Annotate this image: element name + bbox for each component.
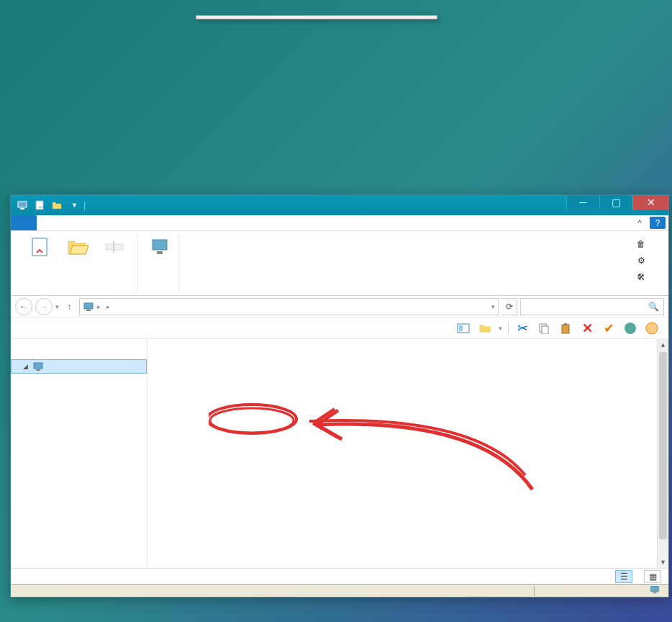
qa-properties-icon[interactable] [34, 199, 45, 211]
scroll-down-icon[interactable]: ▼ [658, 556, 668, 568]
nav-history-dropdown[interactable]: ▾ [55, 303, 59, 310]
ribbon-tab-view[interactable] [57, 215, 77, 230]
ribbon-tab-computer[interactable] [37, 215, 57, 230]
view-details-button[interactable]: ☰ [615, 570, 632, 583]
ribbon-media-button[interactable] [144, 234, 178, 261]
manage-icon: 🛠 [635, 271, 647, 283]
tb-check-icon[interactable]: ✔ [601, 320, 617, 336]
svg-rect-14 [562, 325, 569, 333]
ribbon-tabs: ^ ? [11, 215, 668, 231]
nav-up-button[interactable]: ↑ [62, 299, 76, 314]
tb-icon-1[interactable] [455, 320, 471, 336]
close-button[interactable]: ✕ [632, 195, 668, 209]
content-area: ▲ ▼ [147, 339, 668, 568]
tb-app1-icon[interactable] [622, 320, 638, 336]
tb-folder-icon[interactable] [477, 320, 493, 336]
svg-rect-11 [459, 325, 463, 331]
ribbon-sysprops-item[interactable]: ⚙ [635, 253, 651, 268]
svg-rect-8 [84, 303, 93, 309]
chevron-right-icon[interactable]: ▸ [106, 303, 110, 310]
search-input[interactable] [525, 302, 648, 312]
minimize-button[interactable]: ─ [566, 195, 599, 209]
svg-rect-13 [542, 326, 548, 334]
sidebar-this-pc[interactable]: ◢ [11, 359, 147, 374]
svg-rect-19 [36, 369, 40, 371]
sysprops-icon: ⚙ [635, 255, 647, 266]
navigation-pane: ◢ [11, 339, 147, 568]
breadcrumb[interactable]: ▸ ▸ ▾ [79, 298, 499, 315]
tb-paste-icon[interactable] [558, 320, 573, 336]
maximize-button[interactable]: ▢ [599, 195, 632, 209]
svg-rect-3 [32, 238, 47, 256]
status-bar: ☰ ▦ [11, 568, 668, 584]
help-button[interactable]: ? [650, 217, 666, 229]
view-icons-button[interactable]: ▦ [644, 570, 661, 583]
ribbon-properties-button[interactable] [22, 234, 57, 261]
svg-rect-0 [18, 202, 27, 207]
scroll-up-icon[interactable]: ▲ [658, 339, 668, 351]
nav-forward-button[interactable]: → [35, 298, 53, 315]
uninstall-icon: 🗑 [635, 238, 647, 250]
qa-dropdown-icon[interactable]: ▼ [71, 202, 78, 209]
tb-app2-icon[interactable] [644, 320, 660, 336]
search-icon[interactable]: 🔍 [648, 302, 659, 312]
bottom-status-bar [11, 584, 668, 597]
refresh-button[interactable]: ⟳ [501, 298, 517, 315]
address-bar: ← → ▾ ↑ ▸ ▸ ▾ ⟳ 🔍 [11, 296, 668, 317]
ribbon-rename-button [97, 234, 132, 261]
tb-cut-icon[interactable]: ✂ [514, 320, 530, 336]
explorer-window: ▼ | ─ ▢ ✕ ^ ? [10, 194, 669, 598]
chevron-right-icon[interactable]: ▸ [97, 303, 101, 310]
svg-rect-21 [653, 592, 656, 594]
svg-rect-18 [34, 363, 42, 369]
tb-copy-icon[interactable] [536, 320, 552, 336]
svg-rect-9 [86, 310, 91, 311]
ribbon-collapse-icon[interactable]: ^ [632, 215, 647, 230]
svg-rect-7 [157, 251, 163, 254]
context-menu [196, 15, 437, 19]
qa-folder-icon[interactable] [51, 199, 63, 211]
ribbon-open-button[interactable] [60, 234, 94, 261]
svg-rect-2 [36, 201, 43, 209]
titlebar-divider: | [83, 200, 86, 210]
file-menu[interactable] [11, 215, 37, 230]
computer-icon [650, 585, 660, 597]
breadcrumb-dropdown-icon[interactable]: ▾ [491, 303, 495, 310]
ribbon-manage-item[interactable]: 🛠 [635, 270, 651, 284]
ribbon: 🗑 ⚙ 🛠 [11, 231, 668, 296]
svg-point-16 [625, 323, 636, 334]
tb-delete-icon[interactable]: ✕ [579, 320, 595, 336]
svg-rect-5 [113, 241, 114, 253]
scrollbar-thumb[interactable] [659, 352, 667, 539]
qa-computer-icon[interactable] [17, 199, 28, 211]
titlebar[interactable]: ▼ | ─ ▢ ✕ [11, 195, 668, 215]
ribbon-uninstall-item[interactable]: 🗑 [635, 237, 651, 251]
toolbar: ▾ ✂ ✕ ✔ [11, 317, 668, 339]
vertical-scrollbar[interactable]: ▲ ▼ [657, 339, 668, 568]
svg-rect-6 [153, 240, 167, 250]
nav-back-button[interactable]: ← [15, 298, 32, 315]
svg-rect-15 [564, 323, 567, 325]
computer-icon [83, 301, 94, 312]
computer-icon [32, 361, 44, 372]
svg-rect-1 [20, 208, 24, 209]
search-box[interactable]: 🔍 [520, 298, 664, 315]
svg-point-17 [646, 323, 658, 334]
svg-rect-20 [651, 587, 659, 592]
